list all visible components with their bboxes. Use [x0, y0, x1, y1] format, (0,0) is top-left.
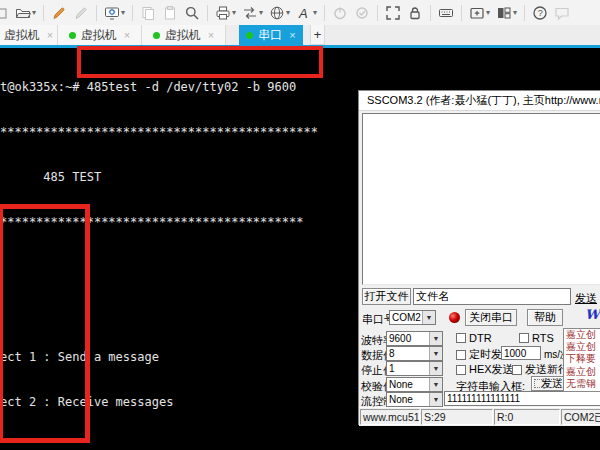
power-alt-icon — [351, 0, 373, 25]
clipped-icon — [0, 0, 12, 25]
close-icon[interactable]: × — [289, 29, 295, 41]
keyboard-icon[interactable] — [435, 0, 457, 25]
close-icon[interactable]: × — [208, 29, 214, 41]
toolbar-separator — [377, 5, 378, 21]
chevron-down-icon[interactable]: ▾ — [286, 8, 290, 17]
window-title: SSCOM3.2 (作者:聂小猛(丁丁), 主页http://www.mcu — [367, 93, 600, 108]
folder-open-icon[interactable]: ▾ — [12, 0, 39, 25]
transfer-icon[interactable]: ▾ — [239, 0, 266, 25]
flow-value: None — [389, 394, 429, 405]
add-folder-icon[interactable]: ▾ — [466, 0, 493, 25]
tab-serial[interactable]: 串口 × — [239, 25, 303, 45]
checkbox-icon — [456, 333, 466, 343]
terminal-line: t@ok335x:~# 485test -d /dev/tty02 -b 960… — [0, 80, 347, 95]
open-file-button[interactable]: 打开文件 — [362, 288, 411, 305]
annotation-box-command — [77, 46, 323, 78]
parity-select[interactable]: None ▼ — [386, 377, 443, 392]
fullscreen-icon[interactable] — [382, 0, 404, 25]
toolbar-separator — [207, 5, 208, 21]
print-icon[interactable]: ▾ — [212, 0, 239, 25]
tab-vm-1[interactable]: 虚拟机 × — [0, 25, 58, 45]
toolbar-separator — [324, 5, 325, 21]
ad-line: 嘉立创 — [566, 366, 600, 378]
string-input[interactable] — [444, 391, 600, 406]
svg-text:A: A — [298, 5, 308, 20]
serial-port-value: COM2 — [392, 312, 422, 323]
tab-label: 虚拟机 — [81, 27, 117, 44]
dtr-checkbox[interactable]: DTR — [456, 332, 492, 344]
globe-icon[interactable]: ▾ — [266, 0, 293, 25]
help-icon[interactable]: ? — [529, 0, 551, 25]
databits-select[interactable]: 8 ▼ — [386, 346, 443, 361]
help-button[interactable]: 帮助 — [527, 309, 563, 326]
chevron-down-icon[interactable]: ▼ — [429, 362, 442, 375]
ad-line: 无需钢 — [566, 378, 600, 390]
status-recv-count: R:0 — [494, 409, 560, 425]
chevron-down-icon[interactable]: ▼ — [422, 311, 435, 324]
rts-checkbox[interactable]: RTS — [519, 332, 554, 344]
tab-status-dot-icon — [69, 32, 76, 39]
window-title-bar[interactable]: SSCOM3.2 (作者:聂小猛(丁丁), 主页http://www.mcu — [359, 91, 600, 111]
status-sent-count: S:29 — [421, 409, 493, 425]
tab-bar: 虚拟机 × 虚拟机 × 虚拟机 × 串口 × + — [0, 25, 600, 45]
website-mark: W — [585, 307, 600, 322]
send-newline-checkbox[interactable]: 发送新行 — [512, 362, 569, 377]
terminal-line: 485 TEST — [0, 170, 347, 185]
receive-text-area[interactable] — [362, 113, 600, 285]
svg-text:?: ? — [538, 8, 543, 18]
filename-input[interactable] — [413, 288, 571, 305]
chevron-down-icon[interactable]: ▾ — [313, 8, 317, 17]
chevron-down-icon[interactable]: ▾ — [232, 8, 236, 17]
layout-icon[interactable]: ▾ — [493, 0, 520, 25]
chevron-down-icon[interactable]: ▾ — [486, 8, 490, 17]
checkbox-icon — [519, 333, 529, 343]
chevron-down-icon[interactable]: ▼ — [429, 347, 442, 360]
chevron-down-icon[interactable]: ▾ — [513, 8, 517, 17]
toolbar-separator — [96, 5, 97, 21]
font-icon[interactable]: A ▾ — [293, 0, 320, 25]
stopbits-select[interactable]: 1 ▼ — [386, 361, 443, 376]
close-serial-button[interactable]: 关闭串口 — [465, 309, 517, 326]
disconnect-icon — [70, 0, 92, 25]
hex-send-label: HEX发送 — [469, 362, 514, 377]
chevron-down-icon[interactable]: ▾ — [259, 8, 263, 17]
tab-vm-2[interactable]: 虚拟机 × — [58, 25, 142, 45]
search-icon[interactable] — [181, 0, 203, 25]
dtr-label: DTR — [469, 332, 492, 344]
lock-icon[interactable] — [404, 0, 426, 25]
tab-vm-3[interactable]: 虚拟机 × — [142, 25, 226, 45]
send-file-link[interactable]: 发送 — [575, 291, 597, 306]
toolbar-separator — [461, 5, 462, 21]
status-site: www.mcu51.cor — [360, 409, 420, 425]
chevron-down-icon[interactable]: ▼ — [429, 378, 442, 391]
paste-icon — [159, 0, 181, 25]
serial-port-select[interactable]: COM2 ▼ — [389, 310, 436, 325]
display-settings-icon[interactable]: ▾ — [101, 0, 128, 25]
tab-label: 串口 — [258, 27, 282, 44]
close-icon[interactable]: × — [124, 29, 130, 41]
flow-select[interactable]: None ▼ — [386, 392, 443, 407]
chevron-down-icon[interactable]: ▾ — [32, 8, 36, 17]
rts-label: RTS — [532, 332, 554, 344]
toolbar-separator — [430, 5, 431, 21]
baud-select[interactable]: 9600 ▼ — [386, 331, 443, 346]
terminal-line: ****************************************… — [0, 125, 347, 140]
power-icon — [329, 0, 351, 25]
tab-status-dot-icon — [153, 32, 160, 39]
toolbar-separator — [132, 5, 133, 21]
new-tab-button[interactable]: + — [310, 25, 325, 45]
baud-value: 9600 — [389, 333, 429, 344]
tab-status-dot-icon — [246, 32, 253, 39]
checkbox-icon — [512, 365, 522, 375]
connect-icon[interactable] — [48, 0, 70, 25]
chat-icon — [551, 0, 573, 25]
hex-send-checkbox[interactable]: HEX发送 — [456, 362, 514, 377]
ad-line: 下释要 — [566, 353, 600, 365]
timed-interval-input[interactable] — [501, 346, 541, 360]
tab-label: 虚拟机 — [4, 27, 40, 44]
chevron-down-icon[interactable]: ▾ — [121, 8, 125, 17]
chevron-down-icon[interactable]: ▼ — [429, 332, 442, 345]
close-icon[interactable]: × — [47, 29, 53, 41]
chevron-down-icon[interactable]: ▼ — [429, 393, 442, 406]
toolbar-separator — [524, 5, 525, 21]
